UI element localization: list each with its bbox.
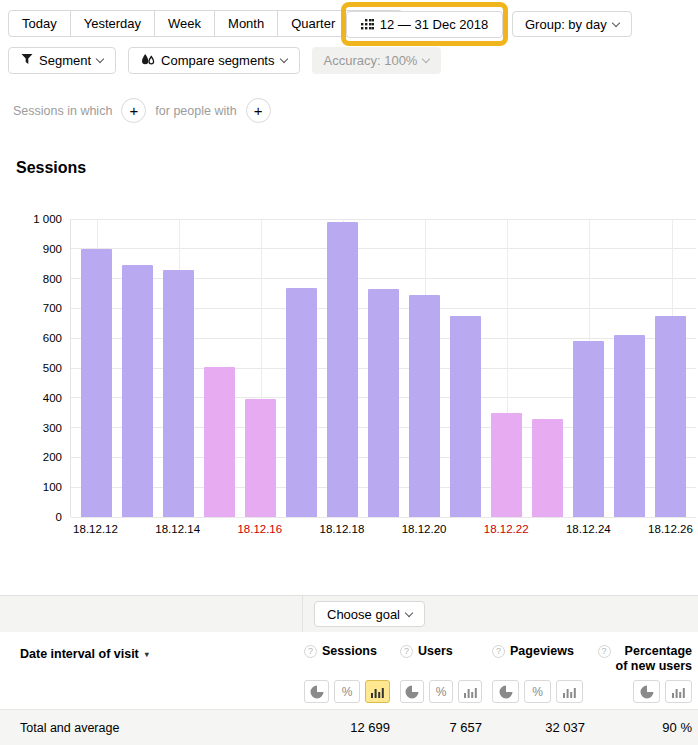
bar-18.12.12 xyxy=(81,249,112,517)
x-axis-labels: 18.12.1218.12.1418.12.1618.12.1818.12.20… xyxy=(70,523,696,543)
metrics-table: Choose goal Date interval of visit▾ ?Ses… xyxy=(0,595,698,745)
pie-icon xyxy=(499,685,513,699)
x-tick-label: 18.12.22 xyxy=(484,523,529,535)
metrica-report-page: TodayYesterdayWeekMonthQuarterYear 12 — … xyxy=(0,0,698,745)
metric-column-pageviews: ?Pageviews% xyxy=(492,644,585,703)
add-session-filter-button[interactable]: + xyxy=(121,98,146,123)
segment-label: Segment xyxy=(39,53,91,68)
bar-18.12.22 xyxy=(491,413,522,517)
x-tick-label: 18.12.16 xyxy=(237,523,282,535)
chevron-down-icon xyxy=(611,18,619,26)
users-percent-toggle[interactable]: % xyxy=(429,680,453,703)
percentage-of-new-users-pie-toggle[interactable] xyxy=(633,680,660,703)
y-axis-labels: 01002003004005006007008009001 000 xyxy=(0,219,62,517)
chevron-down-icon xyxy=(422,55,430,63)
segment-button[interactable]: Segment xyxy=(8,47,116,74)
bar-18.12.25 xyxy=(614,335,645,517)
plus-icon: + xyxy=(254,103,263,118)
pageviews-percent-toggle[interactable]: % xyxy=(524,680,551,703)
date-range-highlight: 12 — 31 Dec 2018 xyxy=(341,2,508,46)
compare-segments-button[interactable]: Compare segments xyxy=(128,47,299,74)
goal-strip: Choose goal xyxy=(0,596,698,632)
x-tick-label: 18.12.14 xyxy=(155,523,200,535)
pie-icon xyxy=(310,685,324,699)
total-value-users: 7 657 xyxy=(400,710,482,745)
bar-18.12.17 xyxy=(286,288,317,517)
bar-18.12.16 xyxy=(245,399,276,517)
users-bars-toggle[interactable] xyxy=(458,680,482,703)
metric-column-percentage-of-new-users: ?Percentageof new users xyxy=(595,644,692,703)
bar-18.12.23 xyxy=(532,419,563,517)
segment-toolbar: Segment Compare segments Accuracy: 100% xyxy=(8,47,441,74)
group-by-label: Group: by day xyxy=(525,17,607,32)
sessions-bars-toggle[interactable] xyxy=(365,680,390,703)
x-tick-label: 18.12.20 xyxy=(402,523,447,535)
total-value-pageviews: 32 037 xyxy=(492,710,585,745)
date-range-label: 12 — 31 Dec 2018 xyxy=(380,17,488,32)
pie-icon xyxy=(640,685,654,699)
add-people-filter-button[interactable]: + xyxy=(246,98,271,123)
y-tick-label: 500 xyxy=(43,362,62,374)
bars-icon xyxy=(370,686,385,698)
accuracy-label: Accuracy: 100% xyxy=(324,53,418,68)
help-icon[interactable]: ? xyxy=(304,645,317,658)
plot-area xyxy=(70,219,696,517)
total-row: Total and average 12 6997 65732 03790 % xyxy=(0,709,698,745)
dimension-header[interactable]: Date interval of visit▾ xyxy=(20,647,149,661)
y-tick-label: 0 xyxy=(56,511,62,523)
percent-icon: % xyxy=(532,685,543,699)
metric-headers: ?Sessions%?Users%?Pageviews%?Percentageo… xyxy=(302,644,698,703)
funnel-icon xyxy=(21,53,33,68)
chart-title: Sessions xyxy=(16,159,86,177)
period-tab-today[interactable]: Today xyxy=(9,11,71,36)
percentage-of-new-users-bars-toggle[interactable] xyxy=(665,680,692,703)
period-tab-week[interactable]: Week xyxy=(155,11,215,36)
chevron-down-icon xyxy=(279,55,287,63)
total-value-percentage-of-new-users: 90 % xyxy=(595,710,692,745)
metric-header-label: Percentageof new users xyxy=(616,644,692,674)
users-pie-toggle[interactable] xyxy=(400,680,424,703)
choose-goal-button[interactable]: Choose goal xyxy=(314,601,425,627)
period-tab-quarter[interactable]: Quarter xyxy=(278,11,349,36)
dimension-header-label: Date interval of visit xyxy=(20,647,139,661)
droplets-icon xyxy=(141,53,155,69)
calendar-grid-icon xyxy=(361,19,374,30)
accuracy-button[interactable]: Accuracy: 100% xyxy=(312,47,442,74)
help-icon[interactable]: ? xyxy=(598,645,611,658)
y-tick-label: 900 xyxy=(43,243,62,255)
metric-header-label: Sessions xyxy=(322,644,377,659)
help-icon[interactable]: ? xyxy=(492,645,505,658)
total-row-label: Total and average xyxy=(20,710,119,745)
bars-icon xyxy=(463,686,478,698)
bar-18.12.24 xyxy=(573,341,604,517)
bars-icon xyxy=(562,686,577,698)
x-tick-label: 18.12.18 xyxy=(320,523,365,535)
for-people-with-label: for people with xyxy=(155,104,236,118)
percent-icon: % xyxy=(342,685,353,699)
period-tab-yesterday[interactable]: Yesterday xyxy=(71,11,155,36)
bar-18.12.26 xyxy=(655,316,686,517)
pageviews-bars-toggle[interactable] xyxy=(556,680,583,703)
group-by-button[interactable]: Group: by day xyxy=(512,11,632,37)
metric-totals: 12 6997 65732 03790 % xyxy=(302,710,698,745)
sessions-pie-toggle[interactable] xyxy=(304,680,329,703)
y-tick-label: 800 xyxy=(43,273,62,285)
metric-column-sessions: ?Sessions% xyxy=(304,644,390,703)
plus-icon: + xyxy=(129,103,138,118)
x-tick-label: 18.12.26 xyxy=(648,523,693,535)
pageviews-pie-toggle[interactable] xyxy=(492,680,519,703)
period-tab-month[interactable]: Month xyxy=(215,11,278,36)
y-tick-label: 1 000 xyxy=(33,213,62,225)
date-range-button[interactable]: 12 — 31 Dec 2018 xyxy=(346,11,503,38)
bar-18.12.13 xyxy=(122,265,153,517)
help-icon[interactable]: ? xyxy=(400,645,413,658)
x-tick-label: 18.12.24 xyxy=(566,523,611,535)
sort-triangle-icon: ▾ xyxy=(145,650,149,659)
total-value-sessions: 12 699 xyxy=(304,710,390,745)
choose-goal-label: Choose goal xyxy=(327,607,400,622)
chevron-down-icon xyxy=(405,608,413,616)
bar-18.12.18 xyxy=(327,222,358,517)
sessions-percent-toggle[interactable]: % xyxy=(334,680,359,703)
y-tick-label: 100 xyxy=(43,481,62,493)
y-tick-label: 200 xyxy=(43,451,62,463)
